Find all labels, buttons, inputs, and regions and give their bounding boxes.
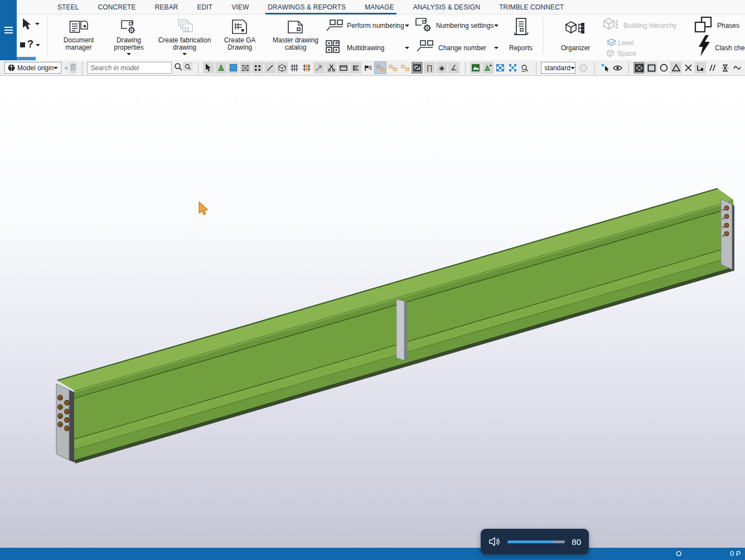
grid-edit-button[interactable] — [301, 62, 312, 74]
search-input[interactable] — [87, 62, 172, 74]
delete-view-button[interactable] — [70, 62, 76, 74]
building-hierarchy-icon — [602, 17, 620, 31]
add-view-button[interactable]: + — [64, 62, 69, 74]
dropdown-caret-icon[interactable] — [494, 47, 499, 49]
right-end-plate — [721, 199, 734, 271]
dropdown-caret-icon[interactable] — [405, 25, 409, 27]
multidrawing-button[interactable]: Multidrawing — [347, 44, 384, 52]
snap-points-button[interactable] — [252, 62, 263, 74]
document-manager-button[interactable]: Documentmanager — [54, 17, 104, 59]
tab-trimble-connect[interactable]: TRIMBLE CONNECT — [499, 0, 564, 15]
angle-icon: ∠ — [451, 64, 457, 71]
link-c-button[interactable] — [399, 62, 410, 74]
waveG-icon — [733, 65, 741, 70]
organizer-button[interactable]: Organizer — [555, 17, 596, 59]
perform-numbering-icon — [326, 19, 344, 32]
tab-edit[interactable]: EDIT — [197, 0, 213, 15]
window-icon — [340, 65, 347, 71]
grid-button[interactable] — [289, 62, 300, 74]
tab-analysis-design[interactable]: ANALYSIS & DESIGN — [413, 0, 480, 15]
model-viewport[interactable] — [0, 76, 745, 548]
workplane-button[interactable] — [240, 62, 251, 74]
building-hierarchy-button[interactable]: Building hierarchy — [623, 22, 676, 30]
freeze-button[interactable] — [719, 62, 731, 74]
select-box-button[interactable] — [646, 62, 657, 74]
app-menu-strip[interactable] — [0, 0, 17, 60]
view-preset-select[interactable]: standard — [541, 62, 575, 74]
select-cursor-button[interactable] — [203, 62, 214, 74]
cursor-icon — [205, 64, 212, 72]
diamond-layers-button[interactable]: ◈ — [436, 62, 447, 74]
corner-tool-button[interactable] — [412, 62, 423, 74]
level-button[interactable]: Level — [618, 39, 634, 47]
tab-concrete[interactable]: CONCRETE — [98, 0, 136, 15]
dropdown-caret-icon[interactable] — [494, 25, 499, 27]
select-tool-button[interactable] — [21, 18, 40, 33]
blue-dots-button[interactable] — [507, 62, 518, 74]
link-b-button[interactable] — [387, 62, 398, 74]
change-number-icon — [416, 40, 434, 53]
toolbar-separator — [198, 62, 199, 74]
pi-frame-button[interactable]: ∏ — [424, 62, 435, 74]
parallel-button[interactable] — [707, 62, 718, 74]
tab-rebar[interactable]: REBAR — [155, 0, 178, 15]
blue-square-button[interactable] — [228, 62, 239, 74]
select-corner-button[interactable] — [695, 62, 706, 74]
jump-arrow-button[interactable] — [313, 62, 325, 74]
checkerBlue-icon — [496, 64, 504, 71]
space-button[interactable]: Space — [617, 50, 636, 57]
create-fabrication-drawing-button[interactable]: Create fabricationdrawing — [156, 17, 213, 59]
link2-icon — [389, 65, 397, 71]
select-triangle-button[interactable] — [670, 62, 681, 74]
visibility-eye-button[interactable] — [612, 62, 623, 74]
model-origin-select[interactable]: Model origin — [4, 62, 61, 74]
render-image-button[interactable] — [470, 62, 481, 74]
tab-view[interactable]: VIEW — [231, 0, 249, 15]
window-select-button[interactable] — [338, 62, 349, 74]
link-a-button[interactable] — [375, 62, 386, 74]
select-x-box-button[interactable] — [633, 62, 645, 74]
beam-3d-model — [0, 76, 745, 548]
create-ga-drawing-button[interactable]: Create GADrawing — [214, 17, 265, 59]
green-cone-button[interactable] — [215, 62, 226, 74]
drawing-properties-button[interactable]: Drawingproperties — [104, 17, 154, 59]
select-circle-button[interactable] — [658, 62, 669, 74]
numbering-settings-button[interactable]: Numbering settings — [436, 22, 494, 30]
cursor-dot-button[interactable] — [599, 62, 611, 74]
reports-button[interactable]: Reports — [505, 17, 537, 59]
tab-steel[interactable]: STEEL — [57, 0, 79, 15]
dotted-sphere-button[interactable] — [578, 62, 589, 74]
volume-fill — [507, 540, 554, 543]
scissors-button[interactable] — [326, 62, 337, 74]
tab-manage[interactable]: MANAGE — [365, 0, 394, 15]
dropdown-caret-icon[interactable] — [405, 47, 409, 49]
perform-numbering-button[interactable]: Perform numbering — [347, 22, 404, 30]
blue-checker-button[interactable] — [495, 62, 506, 74]
zoom-line-button[interactable] — [519, 62, 530, 74]
line-snap-button[interactable] — [264, 62, 275, 74]
menu-tabs: STEELCONCRETEREBAREDITVIEWDRAWINGS & REP… — [0, 0, 745, 15]
select-cross-button[interactable] — [683, 62, 694, 74]
magLine-icon — [521, 64, 529, 72]
measure-flag-button[interactable] — [362, 62, 374, 74]
solid-snap-button[interactable] — [277, 62, 288, 74]
toolbar-separator — [628, 62, 629, 74]
cone-dot-button[interactable] — [482, 62, 494, 74]
master-drawing-catalog-button[interactable]: Master drawingcatalog — [267, 17, 325, 59]
volume-slider[interactable] — [507, 540, 565, 543]
wave-button[interactable] — [732, 62, 743, 74]
levels-button[interactable] — [350, 62, 361, 74]
angle-tool-button[interactable]: ∠ — [448, 62, 459, 74]
volume-value: 80 — [572, 537, 581, 547]
tab-drawings-reports[interactable]: DRAWINGS & REPORTS — [268, 0, 346, 15]
change-number-button[interactable]: Change number — [438, 44, 486, 52]
clash-check-button[interactable]: Clash check — [715, 44, 745, 52]
space-icon — [606, 49, 615, 57]
search-in-view-button[interactable] — [183, 62, 192, 74]
phases-button[interactable]: Phases — [717, 22, 739, 30]
diamond-icon: ◈ — [439, 64, 444, 71]
mouse-cursor-icon — [199, 202, 207, 215]
help-tool-button[interactable]: ? — [20, 39, 40, 49]
toolbar-icon-strip: ∏◈∠standardΣ — [203, 62, 745, 74]
search-button[interactable] — [174, 62, 182, 74]
